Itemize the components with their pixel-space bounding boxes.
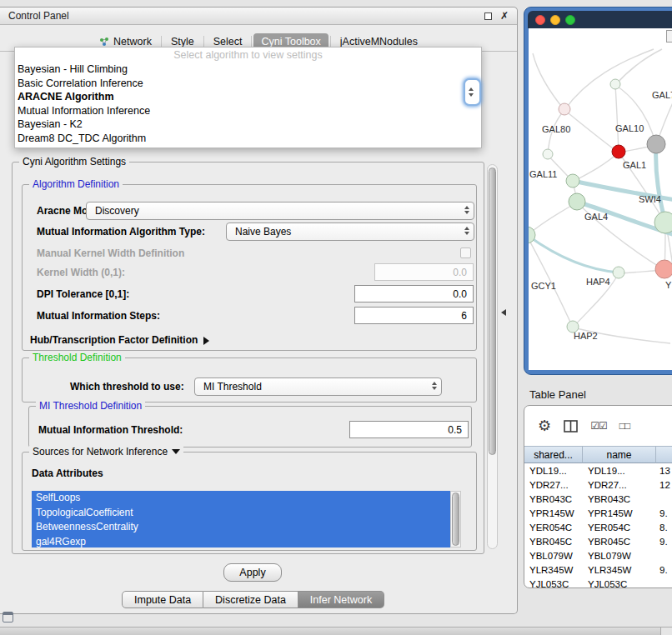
table-toolbar: ⚙ ☑☑ □□ xyxy=(524,406,672,446)
close-window-icon[interactable] xyxy=(535,15,545,25)
network-node[interactable] xyxy=(543,149,553,159)
table-row[interactable]: YER054C YER054C 8. xyxy=(524,520,672,534)
cell-shared-name: YBR045C xyxy=(524,537,583,547)
kernel-width-field[interactable]: 0.0 xyxy=(374,263,474,281)
column-header-partial[interactable] xyxy=(656,446,672,463)
network-node[interactable] xyxy=(647,135,665,153)
table-row[interactable]: YJL053C YJL053C xyxy=(524,577,672,588)
tab-label: jActiveMNodules xyxy=(340,36,418,48)
algorithm-option[interactable]: ARACNE Algorithm xyxy=(15,90,481,104)
minimize-window-icon[interactable] xyxy=(550,15,560,25)
cell-shared-name: YBR043C xyxy=(524,494,583,504)
collapse-arrow-icon[interactable] xyxy=(501,309,506,316)
combo-arrows-icon xyxy=(464,227,469,235)
select-all-icon[interactable]: ☑☑ xyxy=(590,420,607,432)
cell-name: YPR145W xyxy=(583,508,656,518)
cell-shared-name: YPR145W xyxy=(524,508,583,518)
panel-dock-icon[interactable] xyxy=(3,612,13,622)
column-header-shared-name[interactable]: shared... xyxy=(524,446,583,463)
tab-label: Cyni Toolbox xyxy=(261,36,320,48)
dpi-tolerance-field[interactable]: 0.0 xyxy=(354,285,474,302)
table-row[interactable]: YDL19... YDL19... 13 xyxy=(524,463,672,478)
node-label: Y xyxy=(665,280,672,290)
attribute-item[interactable]: gal4RGexp xyxy=(32,535,450,548)
network-node[interactable] xyxy=(559,103,570,115)
algorithm-combobox-focus[interactable] xyxy=(464,78,481,106)
tab-infer-network[interactable]: Infer Network xyxy=(298,591,384,608)
cell-value: 9. xyxy=(656,565,672,575)
aracne-mode-combobox[interactable]: Discovery xyxy=(86,202,474,220)
table-row[interactable]: YPR145W YPR145W 9. xyxy=(524,506,672,520)
network-node[interactable] xyxy=(610,79,620,89)
algorithm-option[interactable]: Basic Correlation Inference xyxy=(15,77,481,91)
cell-shared-name: YER054C xyxy=(524,522,583,532)
gear-icon[interactable]: ⚙ xyxy=(538,418,551,433)
column-header-name[interactable]: name xyxy=(583,446,656,463)
tab-impute-data[interactable]: Impute Data xyxy=(122,591,203,608)
network-node[interactable] xyxy=(566,174,579,188)
table-row[interactable]: YBL079W YBL079W xyxy=(524,548,672,562)
control-panel-titlebar[interactable]: Control Panel ✗ xyxy=(0,8,517,25)
panel-title: Control Panel xyxy=(8,10,476,22)
algorithm-option[interactable]: Bayesian - K2 xyxy=(15,118,481,132)
table-row[interactable]: YBR043C YBR043C xyxy=(524,492,672,506)
mi-steps-field[interactable]: 6 xyxy=(354,307,474,324)
attribute-item[interactable]: TopologicalCoefficient xyxy=(32,506,450,521)
scrollbar-thumb[interactable] xyxy=(452,492,459,546)
zoom-window-icon[interactable] xyxy=(565,15,575,25)
mi-type-combobox[interactable]: Naive Bayes xyxy=(226,222,474,241)
algorithm-option[interactable]: Bayesian - Hill Climbing xyxy=(15,62,481,77)
network-icon xyxy=(99,37,109,47)
apply-button[interactable]: Apply xyxy=(223,563,282,582)
network-node[interactable] xyxy=(612,145,625,158)
mi-threshold-label: Mutual Information Threshold: xyxy=(38,424,183,437)
manual-kernel-label: Manual Kernel Width Definition xyxy=(37,248,184,260)
table-row[interactable]: YDR27... YDR27... 12 xyxy=(524,478,672,492)
network-node[interactable] xyxy=(655,260,672,278)
hub-section-toggle[interactable]: Hub/Transcription Factor Definition xyxy=(30,334,209,347)
cell-name: YBR045C xyxy=(583,537,656,547)
table-row[interactable]: YLR345W YLR345W 9. xyxy=(524,562,672,577)
sources-group-title[interactable]: Sources for Network Inference xyxy=(29,446,183,458)
chevron-right-icon xyxy=(203,337,209,345)
birdseye-control[interactable] xyxy=(666,30,672,42)
node-label: GAL4 xyxy=(584,212,608,222)
node-label: SWI4 xyxy=(639,194,661,204)
tab-separator xyxy=(203,36,204,47)
attribute-item[interactable]: BetweennessCentrality xyxy=(32,520,450,535)
cell-name: YBR043C xyxy=(583,494,656,504)
dropdown-placeholder: Select algorithm to view settings xyxy=(15,48,481,62)
node-label: GAL1 xyxy=(623,160,646,170)
chevron-down-icon xyxy=(172,449,180,454)
network-node[interactable] xyxy=(569,193,585,210)
threshold-definition-title: Threshold Definition xyxy=(29,352,125,363)
mi-threshold-value: 0.5 xyxy=(448,424,462,436)
resize-grip[interactable] xyxy=(660,627,672,635)
network-node[interactable] xyxy=(613,267,624,278)
scrollbar-thumb[interactable] xyxy=(489,168,496,455)
which-threshold-value: MI Threshold xyxy=(203,381,262,392)
settings-scrollbar[interactable] xyxy=(487,164,498,549)
attributes-scrollbar[interactable] xyxy=(450,491,461,548)
attribute-item[interactable]: SelfLoops xyxy=(32,491,450,506)
network-canvas[interactable]: GAL7GAL80GAL10GAL11GAL1SWI4GAL4GCY1HAP4H… xyxy=(529,28,672,370)
columns-icon[interactable] xyxy=(564,420,578,432)
algorithm-option[interactable]: Mutual Information Inference xyxy=(15,104,481,118)
network-node[interactable] xyxy=(654,212,672,233)
kernel-width-value: 0.0 xyxy=(453,267,467,278)
network-graph: GAL7GAL80GAL10GAL11GAL1SWI4GAL4GCY1HAP4H… xyxy=(529,28,672,370)
cell-value: 9. xyxy=(656,508,672,518)
cell-value: 12 xyxy=(656,480,672,490)
float-window-icon[interactable] xyxy=(484,12,492,20)
deselect-all-icon[interactable]: □□ xyxy=(619,420,630,432)
mi-threshold-field[interactable]: 0.5 xyxy=(349,421,469,438)
close-icon[interactable]: ✗ xyxy=(500,10,509,22)
which-threshold-combobox[interactable]: MI Threshold xyxy=(194,378,442,396)
manual-kernel-checkbox[interactable] xyxy=(460,248,471,258)
node-label: HAP2 xyxy=(574,331,598,341)
tab-discretize-data[interactable]: Discretize Data xyxy=(203,591,298,608)
network-window-titlebar[interactable] xyxy=(528,11,672,28)
mi-steps-value: 6 xyxy=(461,310,467,322)
table-row[interactable]: YBR045C YBR045C 9. xyxy=(524,534,672,548)
algorithm-option[interactable]: Dream8 DC_TDC Algorithm xyxy=(15,132,481,146)
